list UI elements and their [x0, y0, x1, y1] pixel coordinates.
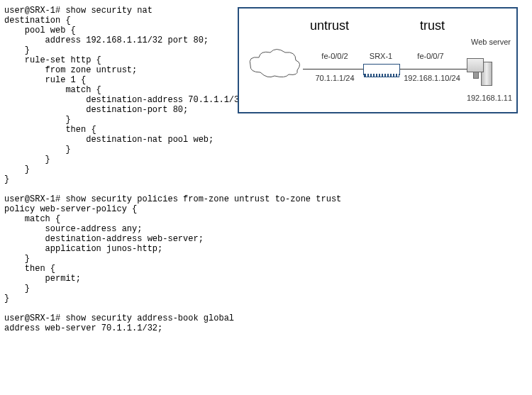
- srx-device-icon: [363, 64, 400, 75]
- ip-untrust-label: 70.1.1.1/24: [303, 74, 367, 82]
- zone-label-trust: trust: [420, 18, 445, 33]
- server-icon: [474, 48, 502, 90]
- link-cloud-srx: [303, 69, 363, 69]
- interface-trust-label: fe-0/0/7: [402, 52, 459, 60]
- link-srx-server: [399, 69, 473, 69]
- ip-trust-label: 192.168.1.10/24: [397, 74, 467, 82]
- zone-label-untrust: untrust: [310, 18, 349, 33]
- interface-untrust-label: fe-0/0/2: [306, 52, 363, 60]
- cloud-icon: [246, 48, 303, 79]
- server-ip-label: 192.168.1.11: [461, 94, 518, 102]
- network-diagram: untrust trust SRX-1 fe-0/0/2 fe-0/0/7 70…: [238, 7, 518, 113]
- server-label: Web server: [462, 38, 519, 46]
